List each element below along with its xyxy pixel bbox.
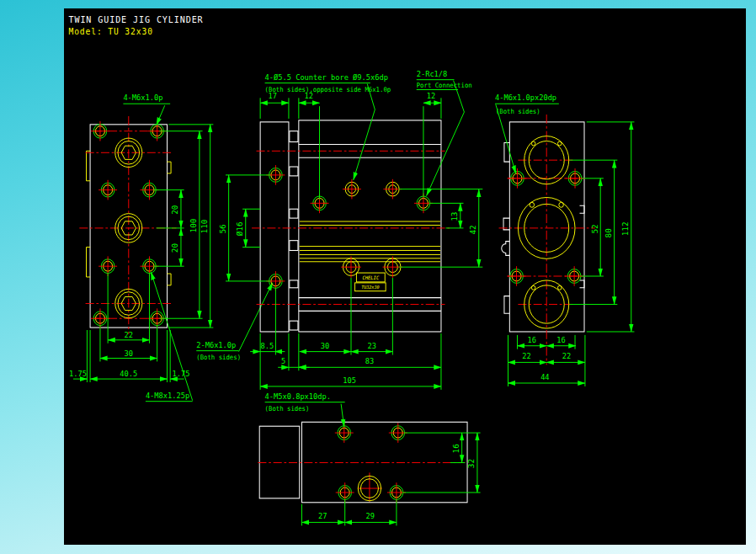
dim-side-17: 17 (269, 92, 277, 100)
dim-bottom-32: 32 (468, 459, 476, 468)
side-dimensions: 17 12 12 56 Ø16 13 (219, 92, 482, 390)
front-dimensions: 20 20 100 110 22 (69, 125, 213, 382)
dim-side-42: 42 (469, 225, 477, 234)
dim-front-110: 110 (200, 219, 209, 233)
dim-front-30: 30 (125, 349, 133, 357)
side-piston-lines (300, 221, 440, 262)
front-sensor-groove-left (87, 151, 91, 277)
dim-bottom-29: 29 (366, 512, 375, 520)
label-front-m6: 4-M6x1.0p (123, 93, 162, 102)
dim-side-12a: 12 (304, 92, 312, 100)
leader-counterbore (354, 84, 375, 180)
leader-front-m6 (157, 105, 165, 125)
dim-side-83: 83 (365, 357, 374, 365)
drawing-canvas[interactable]: TWIN GUIDE JIG CYLINDER Model: TU 32x30 (64, 8, 746, 545)
label-rear-m6-note: (Both sides) (496, 108, 540, 115)
dim-rear-22b: 22 (562, 352, 571, 360)
dim-rear-52: 52 (591, 224, 599, 233)
drawing-title: TWIN GUIDE JIG CYLINDER (68, 13, 203, 24)
dim-side-85: 8.5 (261, 341, 274, 349)
rear-view: 4-M6x1.0px20dp (Both sides) 52 80 11 (495, 93, 634, 386)
side-rod-plate (260, 122, 289, 332)
title-block: TWIN GUIDE JIG CYLINDER Model: TU 32x30 (68, 13, 203, 35)
dim-side-5: 5 (281, 357, 285, 365)
dim-side-56: 56 (219, 224, 227, 233)
cad-viewer-frame: TWIN GUIDE JIG CYLINDER Model: TU 32x30 (0, 0, 756, 554)
dim-rear-22a: 22 (522, 352, 530, 360)
bottom-view: 4-M5x0.8px10dp. (Both sides) 16 32 (258, 392, 480, 525)
dim-front-20a: 20 (172, 205, 180, 215)
nameplate-brand: CHELIC (362, 275, 379, 280)
bottom-centerlines (258, 463, 465, 502)
leader-bottom-m5 (341, 404, 344, 428)
dim-rear-16b: 16 (556, 335, 565, 344)
label-bottom-m5: 4-M5x0.8px10dp. (265, 392, 331, 400)
front-sensor-groove-right (168, 162, 172, 285)
dim-front-405: 40.5 (120, 370, 137, 378)
dim-side-30: 30 (321, 341, 329, 349)
drawing-model: Model: TU 32x30 (68, 26, 152, 35)
rear-centerlines (499, 115, 595, 365)
rear-dimensions: 52 80 112 16 16 22 22 44 (508, 122, 635, 386)
dim-side-13: 13 (450, 211, 459, 221)
front-view: 20 20 100 110 22 (69, 93, 273, 402)
dim-bottom-16: 16 (452, 444, 461, 453)
dim-front-100: 100 (190, 219, 199, 233)
label-side-m6: 2-M6x1.0p (196, 340, 236, 349)
dim-rear-80: 80 (604, 228, 613, 237)
rear-notches-right (580, 205, 584, 287)
label-port: 2-Rc1/8 (417, 69, 448, 77)
dim-side-12b: 12 (427, 92, 435, 100)
label-bottom-m5-note: (Both sides) (265, 405, 310, 413)
label-counterbore-note: (Both sides),opposite side M6x1.0p (265, 86, 391, 93)
label-counterbore: 4-Ø5.5 Counter bore Ø9.5x6dp (265, 72, 388, 81)
rear-notch-middle (502, 218, 510, 255)
dim-rear-16a: 16 (528, 335, 536, 344)
dim-rear-112: 112 (621, 221, 630, 236)
rear-thread-holes (508, 168, 584, 286)
label-front-m8: 4-M8x1.25p (146, 391, 189, 399)
bottom-dimensions: 16 32 27 29 (301, 433, 480, 525)
nameplate-model: TU32x30 (361, 285, 379, 290)
dim-front-22: 22 (125, 331, 133, 339)
front-centerlines (79, 116, 176, 334)
dim-bottom-27: 27 (318, 512, 327, 520)
side-view: CHELIC TU32x30 4-Ø5.5 Counter bore Ø9.5x… (219, 69, 482, 389)
dim-side-dia16: Ø16 (236, 221, 244, 236)
dim-front-175r: 1.75 (173, 370, 190, 378)
dim-rear-44: 44 (540, 373, 549, 381)
label-side-m6-note: (Both sides) (196, 354, 241, 361)
dim-side-105: 105 (343, 376, 356, 385)
label-rear-m6: 4-M6x1.0px20dp (495, 93, 556, 102)
dim-front-175l: 1.75 (69, 370, 87, 378)
dim-front-20b: 20 (172, 243, 180, 253)
label-port-note: Port Connection (417, 81, 472, 88)
nameplate: CHELIC TU32x30 (355, 273, 386, 291)
side-body-outline (299, 120, 441, 332)
side-rod-segments (290, 131, 298, 330)
dim-side-23: 23 (367, 341, 375, 349)
cad-drawing: TWIN GUIDE JIG CYLINDER Model: TU 32x30 (64, 8, 746, 545)
